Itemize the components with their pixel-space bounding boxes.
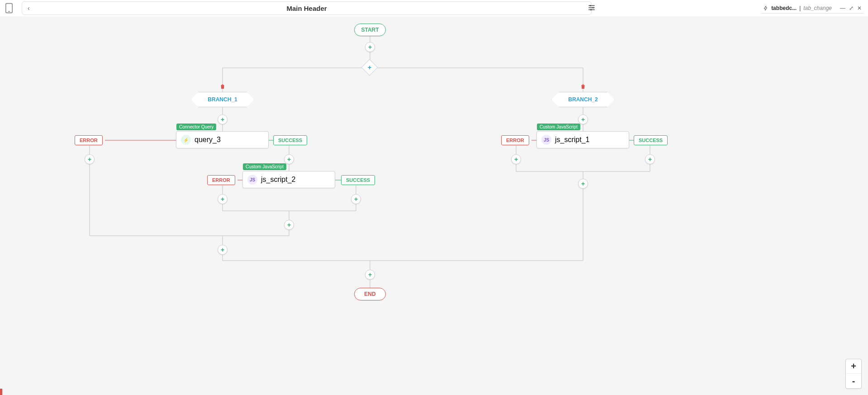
tab-item[interactable]: tabbedc... | tab_change [763,5,832,11]
end-node[interactable]: END [354,288,386,300]
add-button[interactable]: + [351,194,361,204]
device-icon[interactable] [0,3,18,14]
back-arrow-icon[interactable]: ‹ [28,5,30,12]
add-button[interactable]: + [365,270,375,280]
add-button[interactable]: + [578,179,588,189]
tab-strip: tabbedc... | tab_change — ⤢ ✕ [761,3,863,14]
trash-icon[interactable] [219,83,226,90]
split-diamond[interactable]: + [361,59,378,76]
bolt-icon: ⚡ [181,135,191,145]
zoom-out-button[interactable]: - [846,374,861,388]
branch-node-1[interactable]: BRANCH_1 [191,92,254,107]
svg-point-2 [590,5,591,6]
block-type-label: Custom JavaScript [537,124,580,130]
block-js-script-2[interactable]: Custom JavaScript JS js_script_2 [242,171,335,188]
collapse-icon[interactable]: ⤢ [849,5,854,11]
svg-rect-1 [8,11,10,12]
page-title: Main Header [22,5,591,12]
add-button[interactable]: + [645,154,655,164]
add-button[interactable]: + [578,114,588,124]
add-button[interactable]: + [218,194,228,204]
svg-point-3 [593,7,594,9]
minimize-icon[interactable]: — [840,5,845,11]
tag-error[interactable]: ERROR [501,135,529,145]
zoom-in-button[interactable]: + [846,359,861,374]
js-icon: JS [247,175,257,185]
add-button[interactable]: + [511,154,521,164]
tag-success[interactable]: SUCCESS [634,135,668,145]
js-icon: JS [541,135,551,145]
tag-error[interactable]: ERROR [75,135,103,145]
block-query-3[interactable]: Connector Query ⚡ query_3 [176,131,269,148]
add-button[interactable]: + [284,154,294,164]
block-name: js_script_2 [261,176,295,184]
trash-icon[interactable] [580,83,586,90]
settings-icon[interactable] [583,4,600,12]
close-icon[interactable]: ✕ [857,5,862,11]
add-button[interactable]: + [218,114,228,124]
tab-name: tabbedc... [771,5,797,11]
indicator-strip [0,389,2,395]
start-node[interactable]: START [354,24,386,36]
add-button[interactable]: + [85,154,95,164]
add-button[interactable]: + [284,220,294,230]
tag-success[interactable]: SUCCESS [341,175,375,185]
svg-point-4 [590,9,592,10]
plus-icon: + [368,64,371,71]
add-button[interactable]: + [365,42,375,52]
block-type-label: Custom JavaScript [243,163,286,170]
block-name: js_script_1 [555,136,589,144]
tab-subtab: tab_change [803,5,832,11]
block-type-label: Connector Query [176,124,216,130]
block-js-script-1[interactable]: Custom JavaScript JS js_script_1 [536,131,629,148]
tag-error[interactable]: ERROR [207,175,235,185]
tag-success[interactable]: SUCCESS [273,135,307,145]
branch-node-2[interactable]: BRANCH_2 [551,92,615,107]
zoom-controls: + - [845,359,862,389]
add-button[interactable]: + [218,245,228,255]
header-bar: ‹ Main Header [22,1,592,15]
block-name: query_3 [194,136,221,144]
